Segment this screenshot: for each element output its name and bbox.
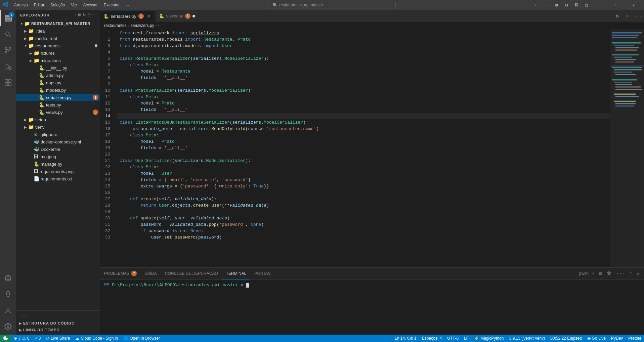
activity-extensions[interactable]	[0, 75, 16, 91]
menu-acessar[interactable]: Acessar	[80, 2, 100, 8]
menu-editar[interactable]: Editar	[31, 2, 47, 8]
tree-item-init[interactable]: ▶ 🐍 __init__.py	[16, 64, 100, 72]
tree-item-migrations[interactable]: ▶ 📁 migrations	[16, 57, 100, 64]
close-button[interactable]: ✕	[626, 0, 641, 10]
kill-terminal-button[interactable]: 🗑	[605, 270, 613, 277]
tree-item-requirements-txt[interactable]: ▶ 📄 requirements.txt	[16, 175, 100, 182]
run-button[interactable]: ▷	[613, 11, 622, 21]
language-label: MagicPython	[480, 336, 504, 341]
back-button[interactable]: ←	[532, 2, 541, 8]
status-language[interactable]: ⚡ MagicPython	[471, 335, 506, 342]
maximize-button[interactable]: □	[609, 0, 625, 10]
status-python-version[interactable]: 3.9.13 ('venv': venv)	[507, 335, 548, 342]
activity-debug[interactable]	[0, 58, 16, 75]
status-cloud-code[interactable]: ☁ Cloud Code - Sign in	[73, 335, 121, 342]
activity-accounts[interactable]	[0, 302, 16, 318]
status-encoding[interactable]: UTF-8	[444, 335, 461, 342]
new-terminal-button[interactable]: +	[590, 270, 596, 277]
panel-tab-terminal[interactable]: TERMINAL	[222, 268, 251, 280]
activity-settings[interactable]	[0, 318, 16, 335]
activity-source-control[interactable]	[0, 42, 16, 58]
panel-tab-ports[interactable]: PORTAS	[250, 268, 274, 280]
more-options-icon[interactable]: ···	[19, 313, 27, 318]
ln-5: 5	[100, 55, 114, 62]
tree-item-venv[interactable]: ▶ 📁 venv	[16, 123, 100, 131]
menu-ver[interactable]: Ver	[68, 2, 80, 8]
tree-item-manage[interactable]: ▶ 🐍 manage.py	[16, 160, 100, 168]
breadcrumb-file[interactable]: serializers.py	[131, 23, 154, 28]
activity-remote[interactable]	[0, 270, 16, 286]
tree-item-restaurantes[interactable]: ▾ 📁 restaurantes	[16, 42, 100, 49]
status-remote[interactable]	[0, 335, 11, 342]
tree-item-media-root[interactable]: ▶ 📁 media_root	[16, 35, 100, 42]
tab-serializers[interactable]: 🐍 serializers.py 1 ✕	[100, 10, 156, 22]
terminal-content[interactable]: PS D:\Projetos\React\ALFOOD\restaurantes…	[100, 280, 644, 335]
tree-item-requirements-png[interactable]: ▶ 🖼 requirements.png	[16, 168, 100, 175]
tree-item-dockerfile[interactable]: ▶ 🐳 Dockerfile	[16, 145, 100, 153]
split-terminal-button[interactable]: ⊟	[597, 270, 603, 277]
maximize-panel-button[interactable]: ⌃	[628, 270, 634, 277]
sidebar-section-timeline[interactable]: ▶ LINHA DO TEMPO	[16, 327, 100, 333]
panel-tab-debug-console[interactable]: CONSOLE DE DEPURAÇÃO	[161, 268, 222, 280]
menu-executar[interactable]: Executar	[101, 2, 122, 8]
breadcrumb-restaurantes[interactable]: restaurantes	[104, 23, 127, 28]
panel-tab-output[interactable]: SAÍDA	[141, 268, 161, 280]
status-clock[interactable]: 00:52:22 Elapsed	[548, 335, 584, 342]
status-errors[interactable]: ⊗ 7 ⚠ 0	[11, 335, 32, 342]
tree-item-serializers[interactable]: ▶ 🐍 serializers.py 1	[16, 94, 100, 101]
layout-btn-1[interactable]: ⊞	[552, 2, 561, 8]
status-source-control[interactable]: ⑂ 0	[32, 335, 43, 342]
code-line-21: class UserSerializer(serializers.ModelSe…	[117, 158, 610, 164]
activity-search[interactable]	[0, 26, 16, 42]
code-line-25: extra_kwargs = {'password': {'write_only…	[117, 183, 610, 189]
split-editor-button[interactable]: ⊞	[623, 11, 633, 21]
status-eol[interactable]: LF	[461, 335, 471, 342]
more-icon[interactable]: ···	[92, 13, 96, 17]
status-live-share[interactable]: ◎ Live Share	[43, 335, 73, 342]
new-folder-icon[interactable]: ⊞	[78, 13, 81, 17]
tree-item-docker-compose[interactable]: ▶ 🐳 docker-compose.yml	[16, 138, 100, 145]
layout-btn-3[interactable]: ⧉	[572, 2, 581, 8]
tree-item-views[interactable]: ▶ 🐍 views.py 6	[16, 109, 100, 116]
refresh-icon[interactable]: ↻	[83, 13, 86, 17]
search-placeholder[interactable]: restaurantes_api-master	[280, 3, 323, 7]
svg-point-16	[7, 326, 9, 328]
status-prettier[interactable]: Prettier	[626, 335, 644, 342]
status-spaces[interactable]: Espaços: 4	[419, 335, 444, 342]
minimize-button[interactable]: ─	[592, 0, 608, 10]
more-actions-button[interactable]: ···	[633, 11, 643, 21]
tree-root-folder[interactable]: ▾ 📁 RESTAURANTES_API-MASTER	[16, 20, 100, 27]
tree-item-img[interactable]: ▶ 🖼 img.jpeg	[16, 153, 100, 160]
tree-item-fixtures[interactable]: ▶ 📁 fixtures	[16, 49, 100, 57]
tree-item-setup[interactable]: ▶ 📁 setup	[16, 116, 100, 123]
tree-item-apps[interactable]: ▶ 🐍 apps.py	[16, 79, 100, 86]
tree-item-models[interactable]: ▶ 🐍 models.py	[16, 86, 100, 94]
menu-more[interactable]: ···	[123, 2, 132, 8]
status-cursor-position[interactable]: Ln 14, Col 1	[392, 335, 419, 342]
tree-item-tests[interactable]: ▶ 🐍 tests.py	[16, 101, 100, 109]
activity-explorer[interactable]: 1	[0, 10, 16, 26]
status-open-browser[interactable]: 🌐 Open In Browser	[121, 335, 163, 342]
breadcrumb-more[interactable]: ···	[158, 23, 162, 28]
tree-item-gitignore[interactable]: ▶ ⚙ .gitignore	[16, 131, 100, 138]
more-terminal-button[interactable]: ···	[614, 270, 626, 277]
tab-close-serializers[interactable]: ✕	[146, 13, 152, 19]
collapse-icon[interactable]: ⊟	[87, 13, 91, 17]
menu-selecao[interactable]: Seleção	[48, 2, 68, 8]
panel-tab-problems[interactable]: PROBLEMAS 7	[100, 268, 141, 280]
tab-views[interactable]: 🐍 views.py 6	[156, 10, 199, 22]
activity-testing[interactable]	[0, 286, 16, 302]
sidebar-section-code-structure[interactable]: ▶ ESTRUTURA DO CÓDIGO	[16, 320, 100, 327]
close-panel-button[interactable]: ✕	[635, 270, 641, 277]
status-pydev[interactable]: PyDev	[608, 335, 626, 342]
layout-btn-4[interactable]: ❐	[582, 2, 591, 8]
tree-item-admin[interactable]: ▶ 🐍 admin.py	[16, 72, 100, 79]
tree-item-idea[interactable]: ▶ 📁 .idea	[16, 27, 100, 35]
panel: PROBLEMAS 7 SAÍDA CONSOLE DE DEPURAÇÃO T…	[100, 267, 644, 335]
menu-arquivo[interactable]: Arquivo	[11, 2, 31, 8]
code-content[interactable]: from rest_framework import serializers f…	[117, 29, 610, 267]
layout-btn-2[interactable]: ⊟	[562, 2, 571, 8]
forward-button[interactable]: →	[542, 2, 551, 8]
status-go-live[interactable]: ◉ Go Live	[585, 335, 608, 342]
new-file-icon[interactable]: +	[74, 13, 76, 17]
